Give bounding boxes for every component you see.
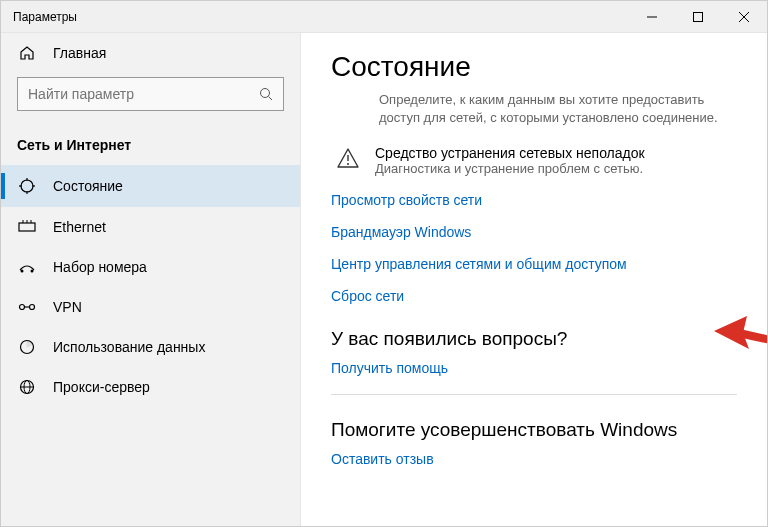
container: Главная Сеть и Интернет Состояние Ethern… [1,33,767,526]
main-content: Состояние Определите, к каким данным вы … [301,33,767,526]
questions-heading: У вас появились вопросы? [331,328,737,350]
description-text: Определите, к каким данным вы хотите пре… [379,91,737,127]
minimize-icon [647,12,657,22]
svg-point-16 [31,270,34,273]
search-icon [249,87,283,101]
svg-point-25 [347,163,349,165]
sidebar-item-data-usage[interactable]: Использование данных [1,327,300,367]
status-icon [17,177,37,195]
sidebar-item-label: Ethernet [53,219,106,235]
link-firewall[interactable]: Брандмауэр Windows [331,224,737,240]
page-title: Состояние [331,51,737,83]
sidebar-item-ethernet[interactable]: Ethernet [1,207,300,247]
close-icon [739,12,749,22]
svg-rect-1 [694,12,703,21]
svg-rect-11 [19,223,35,231]
svg-line-5 [269,97,273,101]
sidebar: Главная Сеть и Интернет Состояние Ethern… [1,33,301,526]
warning-icon [331,145,365,169]
sidebar-home-label: Главная [53,45,106,61]
sidebar-item-label: VPN [53,299,82,315]
svg-point-6 [21,180,33,192]
svg-point-17 [20,305,25,310]
sidebar-category: Сеть и Интернет [1,121,300,165]
dialup-icon [17,260,37,274]
troubleshoot-text: Средство устранения сетевых неполадок Ди… [375,145,645,176]
minimize-button[interactable] [629,1,675,33]
sidebar-item-home[interactable]: Главная [1,33,300,73]
search-input-wrapper[interactable] [17,77,284,111]
divider [331,394,737,395]
troubleshoot-title: Средство устранения сетевых неполадок [375,145,645,161]
svg-point-4 [261,89,270,98]
sidebar-item-label: Прокси-сервер [53,379,150,395]
window-title: Параметры [1,10,629,24]
proxy-icon [17,379,37,395]
improve-heading: Помогите усовершенствовать Windows [331,419,737,441]
link-feedback[interactable]: Оставить отзыв [331,451,737,467]
sidebar-item-proxy[interactable]: Прокси-сервер [1,367,300,407]
data-usage-icon [17,339,37,355]
troubleshoot-sub: Диагностика и устранение проблем с сетью… [375,161,645,176]
sidebar-item-label: Состояние [53,178,123,194]
link-network-properties[interactable]: Просмотр свойств сети [331,192,737,208]
troubleshoot-row[interactable]: Средство устранения сетевых неполадок Ди… [331,145,737,176]
link-sharing-center[interactable]: Центр управления сетями и общим доступом [331,256,737,272]
vpn-icon [17,300,37,314]
link-get-help[interactable]: Получить помощь [331,360,737,376]
sidebar-item-vpn[interactable]: VPN [1,287,300,327]
maximize-button[interactable] [675,1,721,33]
ethernet-icon [17,220,37,234]
svg-point-15 [21,270,24,273]
sidebar-item-status[interactable]: Состояние [1,165,300,207]
link-network-reset[interactable]: Сброс сети [331,288,737,304]
search-input[interactable] [18,86,249,102]
close-button[interactable] [721,1,767,33]
sidebar-item-dialup[interactable]: Набор номера [1,247,300,287]
home-icon [17,45,37,61]
maximize-icon [693,12,703,22]
titlebar: Параметры [1,1,767,33]
sidebar-item-label: Использование данных [53,339,205,355]
svg-point-18 [30,305,35,310]
sidebar-item-label: Набор номера [53,259,147,275]
